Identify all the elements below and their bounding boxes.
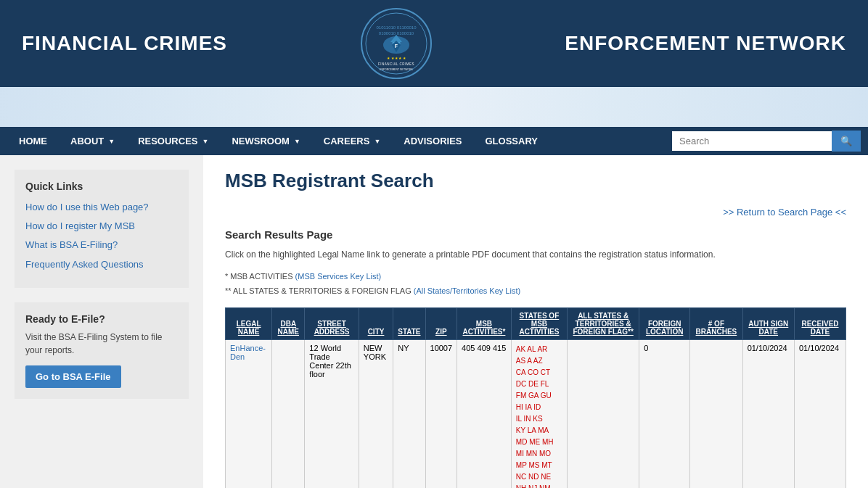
page-title: MSB Registrant Search — [225, 170, 846, 192]
col-legal-name: LEGAL NAME — [226, 307, 272, 339]
sidebar-link-how-use[interactable]: How do I use this Web page? — [25, 201, 178, 214]
results-table-wrapper: LEGAL NAME DBA NAME STREET ADDRESS CITY — [225, 307, 846, 488]
note2-line: ** ALL STATES & TERRITORIES & FOREIGN FL… — [225, 284, 846, 299]
resources-dropdown-arrow: ▼ — [202, 138, 209, 145]
col-states-msb: STATES OF MSB ACTIVITIES — [511, 307, 567, 339]
about-dropdown-arrow: ▼ — [108, 138, 115, 145]
nav-bar: HOME ABOUT ▼ RESOURCES ▼ NEWSROOM ▼ CARE… — [0, 127, 868, 155]
svg-text:★ ★ ★ ★ ★: ★ ★ ★ ★ ★ — [387, 56, 406, 60]
header-title-left: FINANCIAL CRIMES — [22, 32, 227, 55]
cell-num-branches — [690, 339, 742, 488]
cell-states-msb: AK AL ARAS A AZCA CO CTDC DE FLFM GA GUH… — [511, 339, 567, 488]
col-dba-name: DBA NAME — [272, 307, 305, 339]
nav-search-container: 🔍 — [672, 131, 861, 152]
cell-foreign-location: 0 — [639, 339, 690, 488]
svg-text:FINANCIAL CRIMES: FINANCIAL CRIMES — [378, 62, 414, 66]
search-input[interactable] — [672, 131, 832, 151]
return-link-container: >> Return to Search Page << — [225, 207, 846, 218]
cell-dba-name — [272, 339, 305, 488]
svg-text:0100010 0100010: 0100010 0100010 — [378, 31, 414, 36]
msb-services-key-link[interactable]: (MSB Services Key List) — [295, 272, 382, 281]
cell-legal-name: EnHance-Den — [226, 339, 272, 488]
fincen-logo: 01011010 01100010 0100010 0100010 F ★ ★ … — [360, 7, 433, 80]
cell-city: NEW YORK — [359, 339, 393, 488]
cell-street-address: 12 World Trade Center 22th floor — [305, 339, 359, 488]
nav-careers[interactable]: CAREERS ▼ — [312, 127, 393, 155]
nav-about[interactable]: ABOUT ▼ — [59, 127, 126, 155]
svg-text:F: F — [395, 44, 398, 49]
main-content: Quick Links How do I use this Web page? … — [0, 155, 868, 488]
return-to-search-link[interactable]: >> Return to Search Page << — [723, 207, 846, 218]
results-description: Click on the highlighted Legal Name link… — [225, 248, 846, 261]
col-auth-sign: AUTH SIGN DATE — [742, 307, 794, 339]
col-zip: ZIP — [425, 307, 457, 339]
legal-name-link[interactable]: EnHance-Den — [230, 344, 266, 361]
col-foreign-location: FOREIGN LOCATION — [639, 307, 690, 339]
col-msb-activities: MSB ACTIVITIES* — [457, 307, 512, 339]
newsroom-dropdown-arrow: ▼ — [294, 138, 300, 145]
results-table: LEGAL NAME DBA NAME STREET ADDRESS CITY — [225, 307, 846, 488]
efile-text: Visit the BSA E-Filing System to file yo… — [25, 331, 178, 357]
cell-all-states — [568, 339, 639, 488]
quick-links-section: Quick Links How do I use this Web page? … — [15, 170, 189, 288]
svg-text:01011010 01100010: 01011010 01100010 — [376, 25, 417, 30]
nav-resources[interactable]: RESOURCES ▼ — [126, 127, 220, 155]
all-states-key-link[interactable]: (All States/Territories Key List) — [414, 286, 520, 295]
header-banner: FINANCIAL CRIMES 01011010 01100010 01000… — [0, 0, 868, 87]
nav-glossary[interactable]: GLOSSARY — [473, 127, 549, 155]
search-icon: 🔍 — [840, 136, 852, 146]
note1-line: * MSB ACTIVITIES (MSB Services Key List) — [225, 270, 846, 284]
cell-zip: 10007 — [425, 339, 457, 488]
cell-state: NY — [393, 339, 425, 488]
nav-home[interactable]: HOME — [7, 127, 59, 155]
col-num-branches: # OF BRANCHES — [690, 307, 742, 339]
col-all-states: ALL STATES & TERRITORIES & FOREIGN FLAG*… — [568, 307, 639, 339]
sidebar-link-bsa-efiling[interactable]: What is BSA E-Filing? — [25, 239, 178, 252]
col-city: CITY — [359, 307, 393, 339]
col-street-address: STREET ADDRESS — [305, 307, 359, 339]
note1-text: * MSB ACTIVITIES — [225, 272, 293, 281]
page-content: MSB Registrant Search >> Return to Searc… — [203, 155, 868, 488]
efile-button[interactable]: Go to BSA E-File — [25, 365, 121, 388]
sidebar-link-faq[interactable]: Frequently Asked Questions — [25, 258, 178, 271]
col-state: STATE — [393, 307, 425, 339]
states-msb-list: AK AL ARAS A AZCA CO CTDC DE FLFM GA GUH… — [516, 344, 562, 488]
results-notes: * MSB ACTIVITIES (MSB Services Key List)… — [225, 270, 846, 299]
cell-msb-activities: 405 409 415 — [457, 339, 512, 488]
header-title-right: ENFORCEMENT NETWORK — [565, 32, 846, 55]
efile-section: Ready to E-File? Visit the BSA E-Filing … — [15, 302, 189, 399]
cell-auth-sign-date: 01/10/2024 — [742, 339, 794, 488]
col-received-date: RECEIVED DATE — [794, 307, 846, 339]
table-row: EnHance-Den 12 World Trade Center 22th f… — [226, 339, 846, 488]
sidebar: Quick Links How do I use this Web page? … — [0, 155, 203, 488]
table-header-row: LEGAL NAME DBA NAME STREET ADDRESS CITY — [226, 307, 846, 339]
sidebar-link-register[interactable]: How do I register My MSB — [25, 220, 178, 233]
efile-heading: Ready to E-File? — [25, 313, 178, 325]
nav-newsroom[interactable]: NEWSROOM ▼ — [220, 127, 311, 155]
search-button[interactable]: 🔍 — [832, 131, 861, 152]
note2-text: ** ALL STATES & TERRITORIES & FOREIGN FL… — [225, 286, 412, 295]
results-heading: Search Results Page — [225, 228, 846, 241]
cell-received-date: 01/10/2024 — [794, 339, 846, 488]
header-subimage — [0, 87, 868, 127]
quick-links-heading: Quick Links — [25, 181, 178, 192]
svg-text:ENFORCEMENT NETWORK: ENFORCEMENT NETWORK — [380, 68, 413, 71]
nav-advisories[interactable]: ADVISORIES — [392, 127, 473, 155]
careers-dropdown-arrow: ▼ — [374, 138, 380, 145]
